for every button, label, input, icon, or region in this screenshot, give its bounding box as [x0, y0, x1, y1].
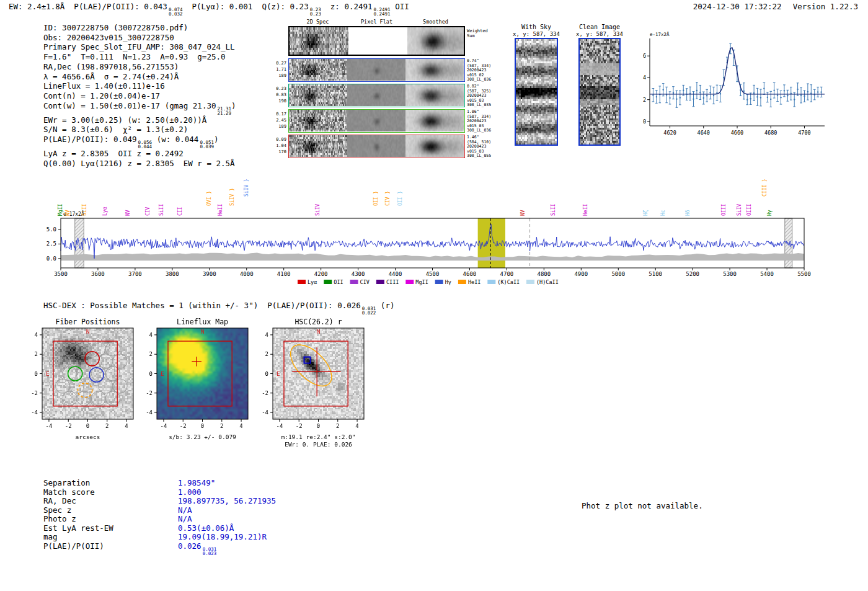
x-tick-label: 4600: [463, 271, 477, 277]
stat-value: 0.17: [275, 111, 286, 117]
spec2d-row-image: [289, 59, 347, 81]
legend-label: CIV: [360, 279, 370, 285]
uncertainty-stack: 0.0510.039: [200, 140, 214, 149]
spec2d-flat-image: [347, 59, 405, 81]
uncertainty-stack: 0.0310.023: [203, 547, 217, 556]
with-sky-image: [516, 39, 557, 144]
text-segment: OII: [391, 2, 409, 11]
lower-uncertainty: 0.2491: [374, 12, 391, 16]
cutout-frame: [157, 328, 248, 419]
emission-line-label: OII }: [397, 191, 403, 206]
compass: NE: [46, 328, 90, 377]
x-tick-label: 0: [201, 423, 204, 429]
selected-fiber-red: [85, 352, 99, 366]
x-tick-label: 4620: [663, 130, 676, 136]
cutout-caption: m:19.1 re:2.4" s:2.0": [254, 433, 383, 441]
match-field-label: Spec z: [43, 506, 178, 515]
header-summary-line: EW: 2.4±1.8Å P(LAE)/P(OII): 0.0430.0740.…: [9, 2, 409, 16]
x-tick-label: 4200: [314, 271, 328, 277]
match-field-label: P(LAE)/P(OII): [43, 542, 178, 551]
spec2d-sum-smoothed: [407, 27, 465, 55]
fiber-circle: [105, 391, 120, 406]
legend-swatch: [298, 280, 306, 284]
with-sky-panel: [515, 38, 558, 146]
match-table-row: Est LyA rest-EW0.53(±0.06)Å: [43, 524, 276, 533]
report-version: Version 1.22.3: [793, 2, 858, 11]
y-tick-label: 2: [149, 351, 153, 357]
extraction-box: [168, 341, 232, 406]
text-segment: P(Lyα): 0.001 Q(z):: [182, 2, 290, 11]
text-segment: (r): [376, 301, 394, 310]
spec2d-row-annotation: 1.06"(587, 334)20200423v015_03308_LL_036: [467, 110, 500, 133]
spec2d-weighted-strip: [288, 26, 465, 56]
x-tick-label: 4000: [240, 271, 254, 277]
uncertainty-stack: 21.3121.29: [217, 107, 231, 115]
info-line: λ = 4656.6Å σ = 2.74(±0.24)Å: [43, 72, 236, 82]
annotation-line: 308_LL_035: [467, 103, 500, 108]
uncertainty-stack: 0.0560.044: [138, 140, 153, 149]
value-segment: 21.30: [193, 101, 216, 110]
match-field-value: 1.000: [178, 487, 202, 497]
x-tick-label: 4800: [538, 271, 551, 277]
legend-label: MgII: [415, 279, 428, 285]
fiber-circle: [113, 354, 127, 368]
legend-swatch: [526, 280, 534, 284]
info-line: Primary Spec_Slot_IFU_AMP: 308_047_024_L…: [43, 42, 236, 52]
annotation-line: 308_LL_055: [467, 154, 500, 159]
x-tick-label: 4: [239, 423, 242, 429]
uncertainty-stack: 0.230.23: [310, 7, 321, 16]
emission-line-label: CIII }: [762, 179, 768, 197]
match-table-row: Spec zN/A: [43, 506, 276, 515]
x-tick-label: 4700: [798, 130, 810, 136]
value-segment: 0.049: [113, 135, 137, 144]
value-segment: 0.026: [178, 541, 202, 551]
y-tick-label: 2: [643, 97, 646, 103]
x-tick-label: 5400: [760, 271, 774, 277]
cutout-caption: EWr: 0. PLAE: 0.026: [254, 441, 383, 448]
stat-value: 0.09: [275, 136, 286, 143]
cutout-overlay: -4-4-2-2002244NE: [255, 325, 383, 444]
legend-swatch: [487, 280, 495, 284]
lower-uncertainty: 0.032: [169, 12, 183, 16]
x-tick-label: 4300: [352, 271, 365, 277]
header-meta: 2024-12-30 17:32:22Version 1.22.3: [693, 2, 858, 11]
cutout-caption: s/b: 3.23 +/- 0.079: [138, 433, 267, 441]
y-tick-label: 5.0: [46, 226, 56, 233]
y-tick-label: 2.5: [46, 241, 56, 247]
legend-swatch: [458, 280, 466, 284]
y-tick-label: -4: [31, 409, 38, 415]
emission-line-label: HeII: [583, 204, 588, 216]
east-label: E: [161, 370, 164, 377]
stat-value: 190: [275, 98, 286, 104]
compass: NE: [161, 328, 205, 377]
match-table-row: Photo zN/A: [43, 515, 276, 524]
spec2d-col-header: 2D Spec: [288, 19, 347, 25]
match-table: Separation1.98549"Match score1.000RA, De…: [43, 479, 276, 556]
stat-value: 189: [275, 123, 286, 130]
stat-value: 2.45: [275, 117, 286, 123]
match-field-label: mag: [43, 533, 178, 542]
clean-image-coords: x, y: 587, 334: [565, 31, 634, 37]
spec2d-flat-image: [347, 84, 405, 106]
weighted-sum-label: Weighted Sum: [467, 29, 495, 38]
emission-line-label: Hδ: [685, 210, 691, 216]
emission-line-label: SiIV: [737, 204, 742, 216]
emission-line-label: Hγ: [767, 210, 773, 216]
stat-value: 189: [275, 73, 286, 79]
text-segment: EWr = 3.00(±0.25) (w: 2.50(±0.20))Å: [43, 115, 206, 125]
text-segment: EW: 2.4±1.8Å P(LAE)/P(OII):: [9, 2, 144, 11]
spec2d-smoothed-image: [405, 110, 464, 131]
spec2d-row-annotation: 0.82"(587, 325)20200423v015_03308_LL_035: [467, 84, 500, 108]
cutout-axes: -4-4-2-2002244: [262, 332, 359, 429]
value-segment: 0.23: [290, 2, 309, 11]
spec2d-flat-image: [347, 110, 405, 131]
y-tick-label: -2: [31, 390, 38, 396]
legend-swatch: [376, 280, 384, 284]
with-sky-coords: x, y: 587, 334: [502, 31, 570, 37]
emission-line-label: MgII: [58, 204, 63, 216]
match-field-label: Separation: [43, 479, 178, 488]
lower-uncertainty: 0.023: [203, 551, 217, 556]
emission-line-label: CII: [177, 207, 183, 216]
legend-label: Lyα: [308, 279, 317, 285]
x-tick-label: 3900: [203, 271, 216, 277]
